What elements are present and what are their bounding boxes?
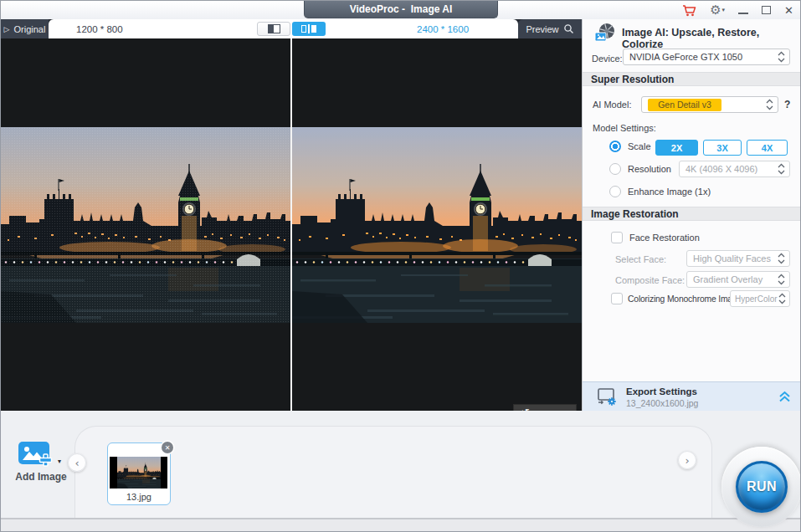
resolution-label: Resolution [628,164,671,174]
output-resolution: 2400 * 1600 [417,19,469,38]
model-settings-label: Model Settings: [593,123,656,133]
enhanced-image[interactable] [292,127,582,323]
single-view-toggle[interactable] [257,22,290,36]
face-restoration-checkbox[interactable] [611,232,623,243]
device-select[interactable]: NVIDIA GeForce GTX 1050 [623,49,790,65]
section-image-restoration: Image Restoration [583,207,801,221]
compare-divider[interactable] [290,38,292,411]
composite-face-select[interactable]: Gradient Overlay [686,271,790,288]
add-image-caret-icon[interactable]: ▾ [58,458,61,465]
add-image-icon[interactable] [18,439,56,469]
image-ai-icon [594,23,619,43]
single-view-icon [268,24,280,33]
tab-preview[interactable]: Preview [518,19,582,38]
thumbnail-image [117,457,161,489]
ai-model-select[interactable]: Gen Detail v3 [641,96,778,113]
scale-options: 2X 3X 4X [655,140,788,156]
composite-face-value: Gradient Overlay [693,274,762,284]
resolution-radio[interactable] [609,163,621,175]
carousel-right-arrow[interactable]: › [678,451,696,469]
panel-title: Image AI: Upscale, Restore, Colorize [622,27,801,50]
scale-label: Scale [628,141,651,151]
composite-face-label: Composite Face: [615,275,685,285]
split-view-icon [301,24,316,33]
chevron-updown-icon [766,99,773,110]
chevron-updown-icon [778,274,785,285]
thumbnail-filename: 13.jpg [108,492,170,502]
select-face-label: Select Face: [615,254,666,264]
close-button[interactable]: ✕ [784,5,793,16]
export-settings-title: Export Settings [626,386,697,396]
resolution-strip: 1200 * 800 2400 * 1600 [49,19,518,38]
input-resolution: 1200 * 800 [76,19,123,38]
select-face-select[interactable]: High Quality Faces [686,250,790,267]
device-label: Device: [592,54,623,64]
settings-gear-icon[interactable]: ⚙▾ [710,4,725,17]
carousel-left-arrow[interactable]: ‹ [68,453,86,472]
scale-2x-button[interactable]: 2X [655,140,698,156]
minimize-button[interactable] [738,6,748,14]
preview-canvas: ↺ Refresh 17% [1,38,582,411]
colorize-checkbox[interactable] [611,293,623,304]
export-settings-bar[interactable]: Export Settings 13_2400x1600.jpg [583,381,801,411]
thumbnail-card[interactable]: ✕ 13.jpg [107,442,171,505]
chevron-updown-icon [778,51,785,63]
original-tab-label: Original [14,24,46,34]
thumbnail-close-icon[interactable]: ✕ [162,442,173,453]
face-restoration-label: Face Restoration [629,233,700,243]
split-view-toggle[interactable] [292,22,326,36]
colorize-value: HyperColor [735,294,778,304]
run-label: RUN [747,479,777,494]
collapse-chevron-icon[interactable] [778,391,791,402]
run-button[interactable]: RUN [736,461,788,513]
add-image-label: Add Image [9,471,73,483]
tab-original[interactable]: ▷ Original [1,19,49,38]
resolution-select[interactable]: 4K (4096 X 4096) [679,161,790,177]
resolution-value: 4K (4096 X 4096) [685,164,757,174]
scale-radio[interactable] [609,141,621,152]
export-settings-icon [596,387,618,407]
chevron-updown-icon [778,293,786,304]
maximize-button[interactable] [762,6,771,14]
preview-tab-label: Preview [526,24,558,34]
media-tray: ▾ Add Image ‹ ✕ 13.jpg › RUN [1,411,801,532]
compare-mode-toggle [257,22,326,36]
title-bar: VideoProc - Image AI ⚙▾ ✕ [1,1,800,20]
chevron-updown-icon [778,163,785,175]
colorize-select[interactable]: HyperColor [730,290,790,307]
thumbnail-frame [110,457,167,489]
magnifier-icon [563,23,574,34]
original-image[interactable] [1,127,290,323]
ai-model-label: AI Model: [593,100,631,110]
scale-3x-button[interactable]: 3X [703,140,742,156]
bottom-strip [1,518,801,532]
device-value: NVIDIA GeForce GTX 1050 [629,52,742,62]
app-window: VideoProc - Image AI ⚙▾ ✕ ▷ Original 120… [0,0,801,532]
settings-panel: Image AI: Upscale, Restore, Colorize Dev… [582,19,801,411]
scale-4x-button[interactable]: 4X [747,140,788,156]
select-face-value: High Quality Faces [693,253,771,263]
ai-model-badge: Gen Detail v3 [648,99,721,111]
chevron-updown-icon [778,253,785,264]
export-filename: 13_2400x1600.jpg [626,398,698,408]
play-icon: ▷ [4,25,10,33]
enhance-radio[interactable] [609,186,621,197]
section-super-resolution: Super Resolution [583,72,801,86]
colorize-label: Colorizing Monochrome Image: [628,294,744,304]
ai-model-help-button[interactable]: ? [784,99,790,110]
enhance-label: Enhance Image (1x) [628,187,711,197]
window-title: VideoProc - Image AI [304,1,498,18]
cart-icon[interactable] [682,4,696,17]
preview-tab-strip: ▷ Original 1200 * 800 2400 * 1600 Previe… [1,19,582,38]
